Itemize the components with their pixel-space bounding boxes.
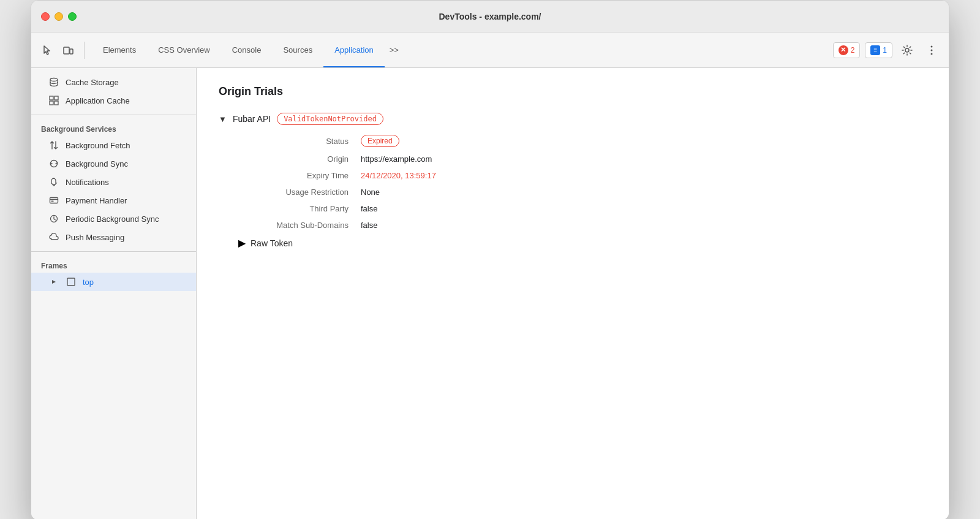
grid-icon xyxy=(48,95,59,106)
svg-point-3 xyxy=(931,45,933,47)
frame-icon xyxy=(66,276,77,287)
svg-rect-1 xyxy=(70,49,73,54)
expiry-value: 24/12/2020, 13:59:17 xyxy=(361,171,927,180)
sidebar-item-application-cache[interactable]: Application Cache xyxy=(31,91,196,110)
tab-css-overview[interactable]: CSS Overview xyxy=(147,32,221,67)
tab-application[interactable]: Application xyxy=(323,32,385,67)
svg-rect-7 xyxy=(50,96,53,100)
expand-icon xyxy=(48,276,59,287)
svg-rect-0 xyxy=(64,47,69,54)
minimize-button[interactable] xyxy=(55,12,63,21)
svg-point-5 xyxy=(931,53,933,55)
usage-restriction-label: Usage Restriction xyxy=(238,188,361,197)
device-toolbar-button[interactable] xyxy=(59,42,77,59)
sidebar-item-background-fetch[interactable]: Background Fetch xyxy=(31,136,196,154)
trial-header: ▼ Fubar API ValidTokenNotProvided xyxy=(219,113,927,125)
usage-restriction-value: None xyxy=(361,188,927,197)
trial-toggle-button[interactable]: ▼ xyxy=(219,115,227,124)
trial-status-badge: ValidTokenNotProvided xyxy=(277,113,383,125)
svg-rect-10 xyxy=(55,101,58,105)
origin-trial-section: ▼ Fubar API ValidTokenNotProvided Status… xyxy=(219,113,927,249)
sidebar-divider-2 xyxy=(31,251,196,252)
arrows-updown-icon xyxy=(48,140,59,151)
svg-rect-8 xyxy=(55,96,58,100)
sidebar-item-background-sync[interactable]: Background Sync xyxy=(31,154,196,173)
maximize-button[interactable] xyxy=(68,12,77,21)
sidebar-item-top-frame[interactable]: top xyxy=(31,273,196,291)
error-count: 2 xyxy=(851,46,855,55)
sidebar-item-payment-handler[interactable]: Payment Handler xyxy=(31,191,196,210)
expired-badge: Expired xyxy=(361,135,399,147)
toolbar: Elements CSS Overview Console Sources Ap… xyxy=(31,32,949,68)
expiry-label: Expiry Time xyxy=(238,171,361,180)
svg-rect-12 xyxy=(51,201,54,202)
match-subdomains-label: Match Sub-Domains xyxy=(238,221,361,230)
traffic-lights xyxy=(41,12,77,21)
svg-point-2 xyxy=(905,48,909,52)
database-icon xyxy=(48,77,59,88)
sidebar-item-label: Background Fetch xyxy=(66,141,130,150)
match-subdomains-value: false xyxy=(361,221,927,230)
origin-label: Origin xyxy=(238,154,361,164)
toolbar-right: ✕ 2 ≡ 1 xyxy=(833,40,941,60)
sync-icon xyxy=(48,158,59,169)
cloud-icon xyxy=(48,232,59,243)
sidebar-divider xyxy=(31,115,196,115)
bell-icon xyxy=(48,176,59,188)
sidebar-item-label: top xyxy=(83,278,94,287)
page-title: Origin Trials xyxy=(219,85,927,98)
raw-token-toggle[interactable]: ▶ xyxy=(238,237,246,249)
sidebar-item-notifications[interactable]: Notifications xyxy=(31,173,196,191)
svg-point-4 xyxy=(931,49,933,51)
select-element-button[interactable] xyxy=(39,42,56,59)
error-icon: ✕ xyxy=(839,45,848,55)
status-label: Status xyxy=(238,135,361,147)
sidebar-item-push-messaging[interactable]: Push Messaging xyxy=(31,228,196,246)
origin-value: https://example.com xyxy=(361,154,927,164)
settings-button[interactable] xyxy=(897,40,917,60)
sidebar-item-label: Push Messaging xyxy=(66,233,124,242)
svg-rect-11 xyxy=(50,198,58,203)
background-services-label: Background Services xyxy=(31,120,196,136)
tab-console[interactable]: Console xyxy=(221,32,273,67)
sidebar-item-label: Notifications xyxy=(66,178,109,187)
tab-overflow[interactable]: >> xyxy=(385,32,404,67)
info-badge-button[interactable]: ≡ 1 xyxy=(865,42,892,58)
svg-rect-9 xyxy=(50,101,53,105)
third-party-value: false xyxy=(361,204,927,213)
main-layout: Cache Storage Application Cache Backgrou… xyxy=(31,68,949,519)
sidebar-item-label: Payment Handler xyxy=(66,196,127,205)
close-button[interactable] xyxy=(41,12,50,21)
tab-sources[interactable]: Sources xyxy=(272,32,323,67)
sidebar-item-label: Periodic Background Sync xyxy=(66,214,159,224)
sidebar-item-label: Background Sync xyxy=(66,159,128,169)
card-icon xyxy=(48,195,59,206)
window-title: DevTools - example.com/ xyxy=(439,12,541,21)
content-panel: Origin Trials ▼ Fubar API ValidTokenNotP… xyxy=(197,68,949,519)
tab-elements[interactable]: Elements xyxy=(92,32,147,67)
svg-marker-14 xyxy=(52,280,56,284)
error-badge-button[interactable]: ✕ 2 xyxy=(833,42,861,58)
devtools-window: DevTools - example.com/ Elements CSS Ove xyxy=(31,0,949,519)
raw-token-row: ▶ Raw Token xyxy=(219,237,927,249)
sidebar-item-periodic-background-sync[interactable]: Periodic Background Sync xyxy=(31,210,196,228)
trial-name: Fubar API xyxy=(233,114,271,124)
sidebar: Cache Storage Application Cache Backgrou… xyxy=(31,68,197,519)
more-options-button[interactable] xyxy=(922,40,941,60)
tabs: Elements CSS Overview Console Sources Ap… xyxy=(92,32,833,67)
info-icon: ≡ xyxy=(870,45,880,55)
raw-token-label[interactable]: Raw Token xyxy=(251,238,293,248)
svg-rect-15 xyxy=(67,278,75,286)
sidebar-item-cache-storage[interactable]: Cache Storage xyxy=(31,73,196,91)
svg-point-6 xyxy=(50,78,58,81)
info-count: 1 xyxy=(883,46,887,55)
frames-section-label: Frames xyxy=(31,257,196,273)
sidebar-item-label: Cache Storage xyxy=(66,78,119,87)
clock-icon xyxy=(48,213,59,224)
title-bar: DevTools - example.com/ xyxy=(31,1,949,32)
sidebar-item-label: Application Cache xyxy=(66,96,130,105)
status-value: Expired xyxy=(361,135,927,147)
third-party-label: Third Party xyxy=(238,204,361,213)
trial-details: Status Expired Origin https://example.co… xyxy=(219,135,927,230)
toolbar-icons xyxy=(39,42,85,59)
